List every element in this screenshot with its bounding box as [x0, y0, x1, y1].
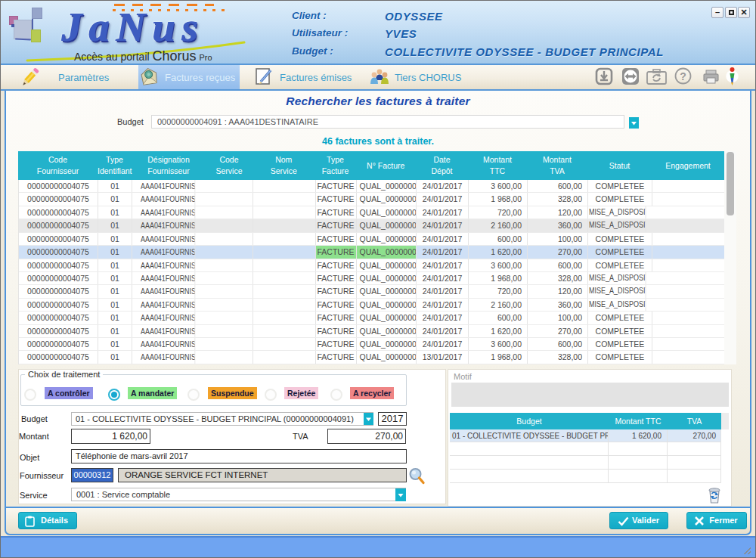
svg-text:?: ?: [680, 70, 686, 82]
